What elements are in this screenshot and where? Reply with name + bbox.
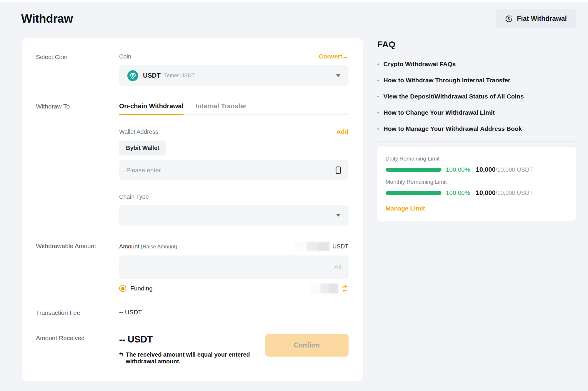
coin-fullname: Tether USDT <box>164 73 195 79</box>
withdraw-to-label: Withdraw To <box>36 102 119 225</box>
window-top-frame <box>0 0 588 2</box>
wallet-address-label: Wallet Address <box>119 128 158 135</box>
faq-item-change-withdrawal-limit[interactable]: How to Change Your Withdrawal Limit <box>377 109 576 116</box>
monthly-limit-percent: 100.00% <box>446 189 470 196</box>
amount-received-value: -- USDT <box>119 334 257 345</box>
funding-radio[interactable]: Funding <box>119 285 153 292</box>
wallet-address-field <box>119 160 349 180</box>
chevron-down-icon <box>336 214 340 217</box>
withdraw-form-card: Select Coin Coin Convert→ ₮ USDT T <box>22 38 363 381</box>
monthly-limit-label: Monthly Remaining Limit <box>386 179 567 185</box>
withdrawal-limit-card: Daily Remaining Limit 100.00% 10,000/10,… <box>377 147 576 221</box>
chain-type-select[interactable] <box>119 205 349 225</box>
transaction-fee-label: Transaction Fee <box>36 309 119 316</box>
daily-limit-total: /10,000 USDT <box>496 166 533 173</box>
daily-limit-label: Daily Remaining Limit <box>386 156 567 162</box>
coin-select[interactable]: ₮ USDT Tether USDT <box>119 65 349 86</box>
bullet-icon <box>377 96 379 97</box>
add-address-link[interactable]: Add <box>337 128 349 135</box>
chain-type-label: Chain Type <box>119 193 349 200</box>
amount-sublabel: (Raise Amount) <box>141 244 177 250</box>
convert-arrow-icon: → <box>342 53 349 60</box>
svg-text:₮: ₮ <box>132 74 134 77</box>
amount-received-row: Amount Received -- USDT ⇆ The received a… <box>36 334 349 365</box>
amount-unit: USDT <box>332 243 348 250</box>
confirm-button[interactable]: Confirm <box>265 334 349 357</box>
page-title: Withdraw <box>21 12 73 25</box>
bullet-icon <box>377 128 379 130</box>
bullet-icon <box>377 80 379 81</box>
transaction-fee-value: -- USDT <box>119 309 349 316</box>
transaction-fee-row: Transaction Fee -- USDT <box>36 309 349 316</box>
faq-list: Crypto Withdrawal FAQs How to Withdraw T… <box>377 61 576 132</box>
withdrawable-amount-row: Withdrawable Amount Amount (Raise Amount… <box>36 242 349 293</box>
withdraw-tabs: On-chain Withdrawal Internal Transfer <box>119 102 349 115</box>
refresh-icon[interactable] <box>341 285 349 292</box>
redacted-balance-value <box>294 242 329 251</box>
usdt-coin-icon: ₮ <box>127 70 138 81</box>
redacted-funding-value <box>310 283 338 293</box>
bullet-icon <box>377 64 379 65</box>
daily-limit-percent: 100.00% <box>446 166 470 173</box>
fiat-coin-icon: $ + <box>505 15 513 23</box>
fiat-withdrawal-button[interactable]: $ + Fiat Withdrawal <box>496 9 576 28</box>
select-coin-row: Select Coin Coin Convert→ ₮ USDT T <box>36 53 349 86</box>
monthly-limit-progress <box>386 191 442 195</box>
tab-internal-transfer[interactable]: Internal Transfer <box>196 102 246 114</box>
withdrawable-amount-label: Withdrawable Amount <box>36 242 119 293</box>
withdraw-to-row: Withdraw To On-chain Withdrawal Internal… <box>36 102 349 225</box>
monthly-limit-total: /10,000 USDT <box>496 190 533 196</box>
svg-text:$: $ <box>508 16 510 21</box>
bullet-icon <box>377 112 379 113</box>
amount-input[interactable] <box>126 263 342 271</box>
select-coin-label: Select Coin <box>36 53 119 86</box>
bybit-wallet-chip[interactable]: Bybit Wallet <box>119 141 166 156</box>
tab-onchain-withdrawal[interactable]: On-chain Withdrawal <box>119 102 184 114</box>
monthly-limit-remaining: 10,000 <box>476 189 495 196</box>
manage-limit-link[interactable]: Manage Limit <box>386 205 425 212</box>
amount-received-label: Amount Received <box>36 334 119 365</box>
amount-received-note: The received amount will equal your ente… <box>126 351 257 365</box>
chevron-down-icon <box>336 74 340 77</box>
funding-label: Funding <box>130 285 153 292</box>
address-book-icon[interactable] <box>335 166 342 174</box>
daily-limit-remaining: 10,000 <box>476 166 495 173</box>
fiat-withdrawal-label: Fiat Withdrawal <box>517 15 567 23</box>
daily-limit-progress <box>386 168 442 172</box>
sidebar-divider <box>377 141 576 142</box>
faq-item-internal-transfer[interactable]: How to Withdraw Through Internal Transfe… <box>377 77 576 84</box>
coin-label: Coin <box>119 53 131 60</box>
page-header: Withdraw $ + Fiat Withdrawal <box>0 0 588 28</box>
faq-sidebar: FAQ Crypto Withdrawal FAQs How to Withdr… <box>377 38 576 221</box>
amount-field <box>119 255 349 279</box>
faq-item-manage-address-book[interactable]: How to Manage Your Withdrawal Address Bo… <box>377 125 576 132</box>
faq-item-crypto-withdrawal-faqs[interactable]: Crypto Withdrawal FAQs <box>377 61 576 68</box>
svg-text:+: + <box>511 15 513 19</box>
radio-selected-icon <box>119 285 126 292</box>
faq-item-deposit-withdrawal-status[interactable]: View the Deposit/Withdrawal Status of Al… <box>377 93 576 100</box>
swap-arrows-icon: ⇆ <box>119 351 123 365</box>
amount-label: Amount <box>119 243 139 250</box>
wallet-address-input[interactable] <box>126 167 335 174</box>
faq-title: FAQ <box>377 39 576 49</box>
coin-symbol: USDT <box>143 72 161 79</box>
convert-link[interactable]: Convert→ <box>319 53 348 60</box>
